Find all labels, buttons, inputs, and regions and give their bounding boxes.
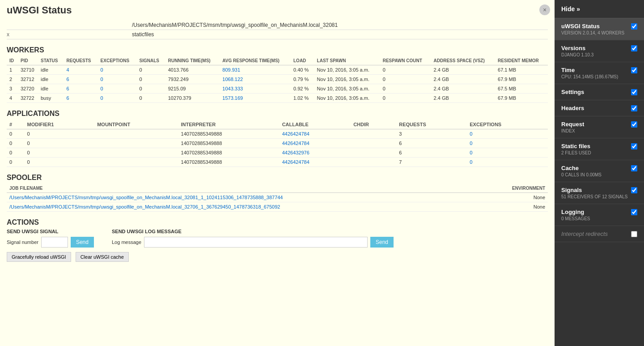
- close-button[interactable]: ×: [539, 4, 550, 15]
- path-key: [7, 22, 132, 28]
- sidebar-checkbox-uwsgi-status[interactable]: [631, 23, 637, 30]
- sidebar: Hide » uWSGI StatusVersion 2.0.14, 4 Wor…: [555, 0, 644, 346]
- sidebar-checkbox-cache[interactable]: [631, 165, 637, 171]
- sidebar-checkbox-headers[interactable]: [631, 105, 637, 111]
- sidebar-header[interactable]: Hide »: [555, 0, 644, 18]
- sidebar-item-intercept-redirects[interactable]: Intercept redirects: [555, 226, 644, 242]
- table-row: 00140702885349888442642478470: [7, 158, 548, 167]
- table-cell: [94, 148, 178, 158]
- table-cell: 0.92 %: [291, 84, 314, 94]
- path-row: /Users/MechanisM/PROJECTS/msm/tmp/uwsgi_…: [7, 21, 548, 30]
- sidebar-item-versions[interactable]: VersionsDjango 1.10.3: [555, 40, 644, 62]
- log-message-input[interactable]: [144, 237, 368, 248]
- workers-table: ID PID STATUS REQUESTS EXCEPTIONS SIGNAL…: [7, 56, 548, 103]
- table-cell: 0: [98, 75, 137, 84]
- col-avg-response: AVG RESPONSE TIME(MS): [220, 56, 291, 65]
- signal-send-button[interactable]: Send: [71, 237, 94, 248]
- sidebar-item-label: Signals: [561, 187, 582, 193]
- table-cell: 0: [7, 139, 25, 148]
- signal-label: Signal number: [7, 239, 38, 245]
- sidebar-item-signals[interactable]: Signals51 receivers of 12 signals: [555, 182, 644, 204]
- table-cell: 67.1 MB: [495, 65, 548, 75]
- sidebar-item-label: Headers: [561, 105, 584, 111]
- sidebar-checkbox-settings[interactable]: [631, 89, 637, 95]
- table-cell: 67.5 MB: [495, 84, 548, 94]
- col-exceptions: EXCEPTIONS: [98, 56, 137, 65]
- path-rows: /Users/MechanisM/PROJECTS/msm/tmp/uwsgi_…: [7, 21, 548, 39]
- table-cell: 0: [467, 139, 548, 148]
- table-cell: [94, 158, 178, 167]
- reload-button[interactable]: Gracefully reload uWSGI: [7, 252, 71, 262]
- col-pid: PID: [18, 56, 38, 65]
- table-cell: 0: [25, 148, 95, 158]
- col-mountpoint: MOUNTPOINT: [94, 120, 178, 129]
- table-cell: 4: [7, 94, 18, 103]
- table-cell: 140702885349888: [178, 129, 280, 139]
- main-content: uWSGI Status × /Users/MechanisM/PROJECTS…: [0, 0, 555, 346]
- table-cell: idle: [38, 65, 64, 75]
- table-cell: [351, 148, 396, 158]
- sidebar-item-title: Logging: [561, 209, 637, 215]
- sidebar-item-title: Headers: [561, 105, 637, 111]
- table-row: /Users/MechanisM/PROJECTS/msm/tmp/uwsgi_…: [7, 193, 548, 202]
- table-cell: 140702885349888: [178, 139, 280, 148]
- table-cell: 0.40 %: [291, 65, 314, 75]
- table-cell: 6: [64, 75, 97, 84]
- table-cell: 7932.249: [165, 75, 220, 84]
- sidebar-checkbox-versions[interactable]: [631, 45, 637, 51]
- table-cell: 9215.09: [165, 84, 220, 94]
- sidebar-item-uwsgi-status[interactable]: uWSGI StatusVersion 2.0.14, 4 Workers: [555, 18, 644, 40]
- path-row: x staticfiles: [7, 30, 548, 39]
- sidebar-checkbox-request[interactable]: [631, 121, 637, 128]
- table-cell: 1.02 %: [291, 94, 314, 103]
- sidebar-item-title: Time: [561, 67, 637, 73]
- sidebar-checkbox-time[interactable]: [631, 67, 637, 73]
- signal-group: SEND UWSGI SIGNAL Signal number Send: [7, 229, 94, 248]
- table-cell: 0: [7, 158, 25, 167]
- sidebar-item-label: Cache: [561, 165, 579, 171]
- spooler-section-header: SPOOLER: [7, 174, 548, 182]
- hide-label: Hide »: [561, 5, 580, 13]
- table-cell: 0.79 %: [291, 75, 314, 84]
- col-id: ID: [7, 56, 18, 65]
- sidebar-item-static-files[interactable]: Static files2 files used: [555, 138, 644, 160]
- table-cell: 0: [98, 65, 137, 75]
- col-signals: SIGNALS: [137, 56, 165, 65]
- table-cell: idle: [38, 84, 64, 94]
- table-cell: [351, 158, 396, 167]
- table-cell: 0: [7, 129, 25, 139]
- col-chdir: CHDIR: [351, 120, 396, 129]
- sidebar-item-label: Logging: [561, 209, 584, 215]
- sidebar-checkbox-intercept-redirects[interactable]: [631, 231, 637, 237]
- workers-section-header: WORKERS: [7, 46, 548, 54]
- table-cell: 4013.766: [165, 65, 220, 75]
- sidebar-checkbox-signals[interactable]: [631, 187, 637, 193]
- col-load: LOAD: [291, 56, 314, 65]
- sidebar-item-title: uWSGI Status: [561, 23, 637, 30]
- table-row: 00140702885349888442643297660: [7, 148, 548, 158]
- col-resident: RESIDENT MEMOR: [495, 56, 548, 65]
- table-cell: Nov 10, 2016, 3:05 a.m.: [314, 65, 380, 75]
- table-cell: 0: [467, 158, 548, 167]
- col-requests: REQUESTS: [396, 120, 467, 129]
- table-row: 00140702885349888442642478460: [7, 139, 548, 148]
- table-row: 332720idle6009215.091043.3330.92 %Nov 10…: [7, 84, 548, 94]
- table-cell: [94, 129, 178, 139]
- sidebar-item-cache[interactable]: Cache0 calls in 0.00ms: [555, 160, 644, 182]
- sidebar-item-request[interactable]: RequestINDEX: [555, 116, 644, 138]
- table-cell: [94, 139, 178, 148]
- sidebar-item-settings[interactable]: Settings: [555, 84, 644, 100]
- log-send-button[interactable]: Send: [370, 237, 394, 248]
- signal-number-input[interactable]: [41, 237, 68, 248]
- clear-cache-button[interactable]: Clear uWSGI cache: [76, 252, 129, 262]
- sidebar-item-logging[interactable]: Logging0 messages: [555, 204, 644, 226]
- table-cell: 6: [396, 148, 467, 158]
- table-cell: 0: [380, 84, 431, 94]
- table-cell: Nov 10, 2016, 3:05 a.m.: [314, 75, 380, 84]
- sidebar-checkbox-static-files[interactable]: [631, 143, 637, 150]
- sidebar-checkbox-logging[interactable]: [631, 209, 637, 215]
- sidebar-item-headers[interactable]: Headers: [555, 100, 644, 116]
- workers-header-row: ID PID STATUS REQUESTS EXCEPTIONS SIGNAL…: [7, 56, 548, 65]
- sidebar-items-container: uWSGI StatusVersion 2.0.14, 4 WorkersVer…: [555, 18, 644, 242]
- sidebar-item-time[interactable]: TimeCPU: 154.14ms (186.67ms): [555, 62, 644, 84]
